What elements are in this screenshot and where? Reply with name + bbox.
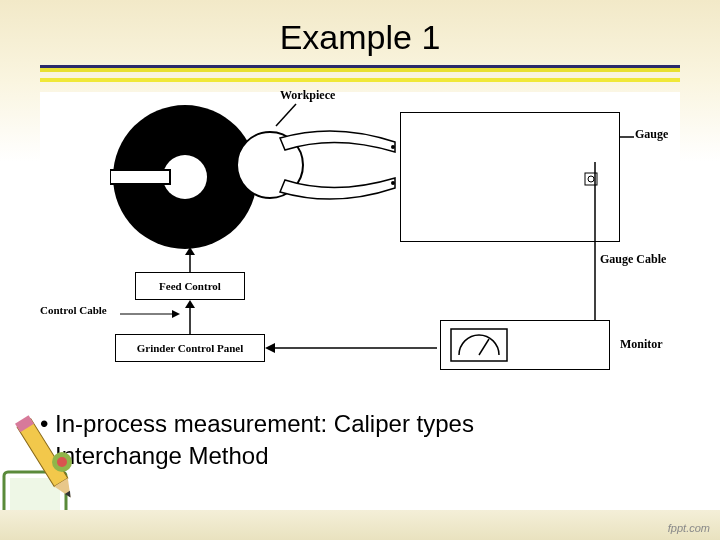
title-divider — [40, 65, 680, 72]
grinder-panel-label: Grinder Control Panel — [137, 342, 244, 354]
svg-marker-12 — [185, 247, 195, 255]
slide-title: Example 1 — [0, 0, 720, 65]
gauge-pointer — [620, 132, 640, 142]
control-cable-pointer — [120, 310, 180, 322]
bullet-list: In-process measurement: Caliper types In… — [40, 408, 474, 473]
footer-brand: fppt.com — [668, 522, 710, 534]
svg-point-4 — [391, 145, 395, 149]
gauge-cable-line — [585, 162, 605, 322]
feed-control-label: Feed Control — [159, 280, 221, 292]
footer-band — [0, 510, 720, 540]
svg-marker-18 — [265, 343, 275, 353]
svg-rect-19 — [451, 329, 507, 361]
monitor-gauge-icon — [449, 327, 509, 363]
svg-line-8 — [276, 104, 296, 126]
diagram: Workpiece Gauge Gauge Cable Feed Control… — [40, 92, 680, 382]
svg-marker-16 — [185, 300, 195, 308]
grinder-panel-box: Grinder Control Panel — [115, 334, 265, 362]
arrow-monitor-to-panel — [265, 340, 440, 356]
svg-point-5 — [391, 181, 395, 185]
workpiece-pointer — [272, 102, 302, 132]
pencil-clipart-icon — [0, 402, 100, 522]
monitor-label: Monitor — [620, 337, 663, 352]
gauge-cable-label: Gauge Cable — [600, 252, 666, 267]
monitor-box — [440, 320, 610, 370]
bullet-item: Interchange Method — [40, 440, 474, 472]
gauge-label: Gauge — [635, 127, 668, 142]
svg-point-28 — [57, 457, 67, 467]
workpiece-label: Workpiece — [280, 88, 335, 103]
svg-marker-14 — [172, 310, 180, 318]
bullet-item: In-process measurement: Caliper types — [40, 408, 474, 440]
feed-control-box: Feed Control — [135, 272, 245, 300]
svg-rect-2 — [110, 170, 170, 184]
control-cable-label: Control Cable — [40, 304, 107, 316]
caliper-icon — [265, 120, 405, 210]
title-divider-accent — [40, 78, 680, 82]
arrow-wheel-to-feed — [180, 247, 200, 275]
arrow-feed-to-panel — [180, 300, 200, 336]
